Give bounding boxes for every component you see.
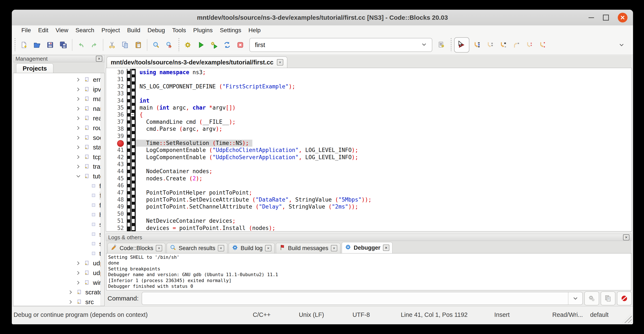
tree-node-fir[interactable]: fir bbox=[13, 191, 100, 200]
chevron-down-icon[interactable] bbox=[421, 41, 427, 49]
line-number[interactable]: 43 bbox=[106, 161, 127, 168]
line-number[interactable]: 34 bbox=[106, 97, 127, 104]
close-tab-icon[interactable]: ✕ bbox=[265, 245, 272, 251]
tree-node-th[interactable]: th bbox=[13, 249, 100, 258]
editor-tab[interactable]: mnt/dev/tools/source/ns-3-dev/examples/t… bbox=[107, 57, 287, 68]
editor-margin[interactable] bbox=[127, 225, 136, 231]
tree-node-fif[interactable]: fif bbox=[13, 181, 100, 191]
menu-tools[interactable]: Tools bbox=[168, 26, 190, 35]
maximize-icon[interactable] bbox=[603, 15, 609, 21]
find-button[interactable] bbox=[150, 39, 162, 51]
tree-scrollbar[interactable] bbox=[100, 73, 104, 306]
paste-button[interactable] bbox=[132, 39, 144, 51]
chevron-right-icon[interactable] bbox=[68, 299, 74, 305]
tree-node-mat[interactable]: mat bbox=[13, 94, 100, 104]
chevron-down-icon[interactable] bbox=[76, 174, 81, 179]
tree-node-nam[interactable]: nam bbox=[13, 104, 100, 114]
line-number[interactable]: 32 bbox=[106, 83, 127, 90]
tree-node-he[interactable]: he bbox=[13, 210, 100, 220]
step-out-button[interactable] bbox=[510, 39, 522, 51]
log-tab-search-results[interactable]: Search results ✕ bbox=[166, 243, 227, 253]
next-line-button[interactable] bbox=[484, 39, 496, 51]
menu-debug[interactable]: Debug bbox=[144, 26, 169, 35]
log-tab-code-blocks[interactable]: Code::Blocks ✕ bbox=[108, 243, 165, 253]
chevron-right-icon[interactable] bbox=[76, 135, 81, 141]
save-all-button[interactable] bbox=[57, 39, 69, 51]
line-number[interactable]: 47 bbox=[106, 189, 127, 196]
menu-project[interactable]: Project bbox=[98, 26, 124, 35]
chevron-down-icon[interactable] bbox=[568, 292, 582, 304]
chevron-right-icon[interactable] bbox=[76, 280, 81, 285]
menu-edit[interactable]: Edit bbox=[34, 26, 52, 35]
next-instruction-button[interactable] bbox=[523, 39, 535, 51]
menu-plugins[interactable]: Plugins bbox=[190, 26, 216, 35]
close-tab-icon[interactable]: ✕ bbox=[277, 59, 283, 66]
line-number[interactable]: 46 bbox=[106, 182, 127, 189]
breakpoint-icon[interactable] bbox=[117, 140, 124, 147]
project-tree[interactable]: srcscratchwireudp-udpthsisesehefofirfift… bbox=[13, 73, 104, 306]
log-tab-build-log[interactable]: Build log ✕ bbox=[229, 243, 275, 253]
close-tab-icon[interactable]: ✕ bbox=[383, 245, 389, 251]
line-number[interactable]: 49 bbox=[106, 203, 127, 210]
chevron-right-icon[interactable] bbox=[76, 125, 81, 131]
tree-node-sock[interactable]: sock bbox=[13, 133, 100, 143]
abort-build-button[interactable] bbox=[234, 39, 246, 51]
undo-button[interactable] bbox=[75, 39, 87, 51]
tree-node-reall[interactable]: reall bbox=[13, 113, 100, 123]
line-number[interactable]: 41 bbox=[106, 147, 127, 154]
copy-button[interactable] bbox=[119, 39, 131, 51]
tree-node-ipv6[interactable]: ipv6 bbox=[13, 85, 100, 94]
code-editor[interactable]: 30using namespace ns3;3132NS_LOG_COMPONE… bbox=[106, 68, 632, 231]
tree-node-si[interactable]: si bbox=[13, 239, 100, 249]
tree-node-se[interactable]: se bbox=[13, 220, 100, 229]
run-button[interactable] bbox=[195, 39, 207, 51]
step-into-instruction-button[interactable] bbox=[536, 39, 548, 51]
stop-debugger-button[interactable] bbox=[617, 291, 632, 305]
tree-node-udp-[interactable]: udp- bbox=[13, 268, 100, 278]
replace-button[interactable]: R bbox=[163, 39, 175, 51]
chevron-right-icon[interactable] bbox=[76, 260, 81, 266]
close-tab-icon[interactable]: ✕ bbox=[156, 245, 162, 251]
open-file-button[interactable] bbox=[31, 39, 43, 51]
step-into-button[interactable] bbox=[497, 39, 509, 51]
chevron-right-icon[interactable] bbox=[76, 106, 81, 112]
build-target-select[interactable]: first bbox=[250, 38, 432, 52]
menu-help[interactable]: Help bbox=[245, 26, 264, 35]
tree-node-fo[interactable]: fo bbox=[13, 200, 100, 210]
tab-projects[interactable]: Projects bbox=[16, 63, 53, 73]
tree-node-trafl[interactable]: trafl bbox=[13, 162, 100, 171]
tree-node-scratch[interactable]: scratch bbox=[13, 287, 100, 297]
menu-view[interactable]: View bbox=[52, 26, 72, 35]
chevron-right-icon[interactable] bbox=[76, 77, 81, 83]
chevron-right-icon[interactable] bbox=[76, 96, 81, 102]
line-number[interactable]: 42 bbox=[106, 154, 127, 161]
tree-node-tcp[interactable]: tcp bbox=[13, 152, 100, 162]
minimize-icon[interactable] bbox=[588, 17, 594, 18]
menu-file[interactable]: File bbox=[18, 26, 34, 35]
tree-node-src[interactable]: src bbox=[13, 297, 100, 306]
close-logs-icon[interactable]: ✕ bbox=[623, 234, 630, 240]
toolbar-grip[interactable] bbox=[14, 38, 16, 52]
line-number[interactable]: 48 bbox=[106, 196, 127, 203]
line-number[interactable]: 33 bbox=[106, 90, 127, 97]
close-panel-icon[interactable]: ✕ bbox=[96, 56, 102, 62]
chevron-right-icon[interactable] bbox=[76, 154, 81, 160]
chevron-right-icon[interactable] bbox=[76, 87, 81, 92]
chevron-right-icon[interactable] bbox=[76, 164, 81, 169]
toolbar-overflow-button[interactable] bbox=[616, 39, 628, 51]
build-and-run-button[interactable] bbox=[208, 39, 220, 51]
copy-log-button[interactable] bbox=[600, 291, 616, 305]
chevron-right-icon[interactable] bbox=[68, 289, 74, 295]
menu-build[interactable]: Build bbox=[124, 26, 144, 35]
chevron-right-icon[interactable] bbox=[76, 270, 81, 276]
log-tab-build-messages[interactable]: Build messages ✕ bbox=[276, 243, 340, 253]
rebuild-button[interactable] bbox=[221, 39, 233, 51]
chevron-right-icon[interactable] bbox=[76, 116, 81, 121]
close-tab-icon[interactable]: ✕ bbox=[331, 245, 337, 251]
new-file-button[interactable] bbox=[18, 39, 30, 51]
line-number[interactable]: 45 bbox=[106, 175, 127, 182]
fold-marker-icon[interactable] bbox=[130, 113, 135, 117]
redo-button[interactable] bbox=[88, 39, 100, 51]
line-number[interactable]: 36 bbox=[106, 111, 127, 118]
tree-node-tuto[interactable]: tuto bbox=[13, 171, 100, 181]
